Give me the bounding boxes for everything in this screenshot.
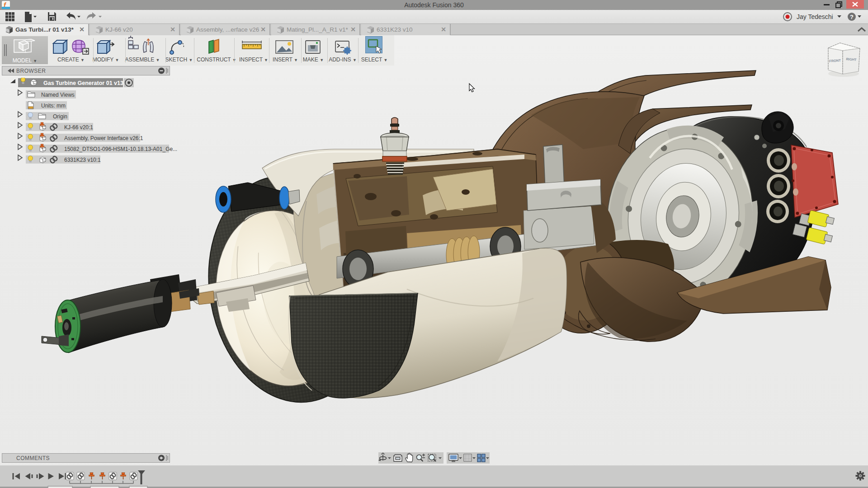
svg-text:Jay Tedeschi: Jay Tedeschi [797, 13, 833, 20]
svg-text:KJ-66 v20:1: KJ-66 v20:1 [64, 124, 93, 131]
svg-text:Named Views: Named Views [41, 92, 75, 98]
svg-text:?: ? [850, 14, 854, 20]
svg-text:Origin: Origin [53, 113, 67, 120]
svg-text:Assembly, Power Interface v26:: Assembly, Power Interface v26:1 [64, 135, 143, 141]
svg-text:15082_DTSO1-096-HSM1-10.18.13-: 15082_DTSO1-096-HSM1-10.18.13-A01_Ge... [64, 146, 177, 152]
svg-text:Gas Turbine Generator 01 v13: Gas Turbine Generator 01 v13 [43, 80, 123, 86]
svg-text:6331K23 v10:1: 6331K23 v10:1 [64, 157, 101, 163]
svg-text:Units: mm: Units: mm [41, 103, 66, 109]
